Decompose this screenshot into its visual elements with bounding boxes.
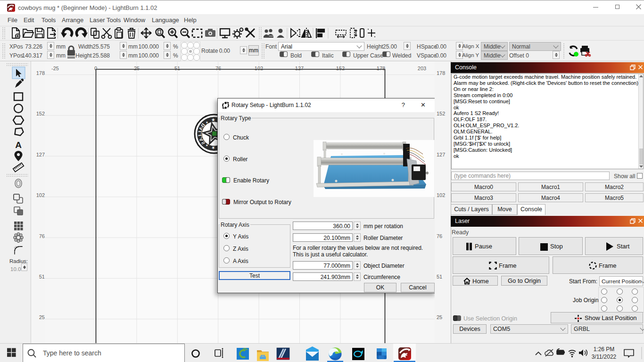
svg-text:10.0: 10.0 <box>10 266 21 272</box>
svg-text:★: ★ <box>211 117 216 122</box>
svg-text:A: A <box>15 140 22 150</box>
svg-text:★: ★ <box>211 145 215 150</box>
